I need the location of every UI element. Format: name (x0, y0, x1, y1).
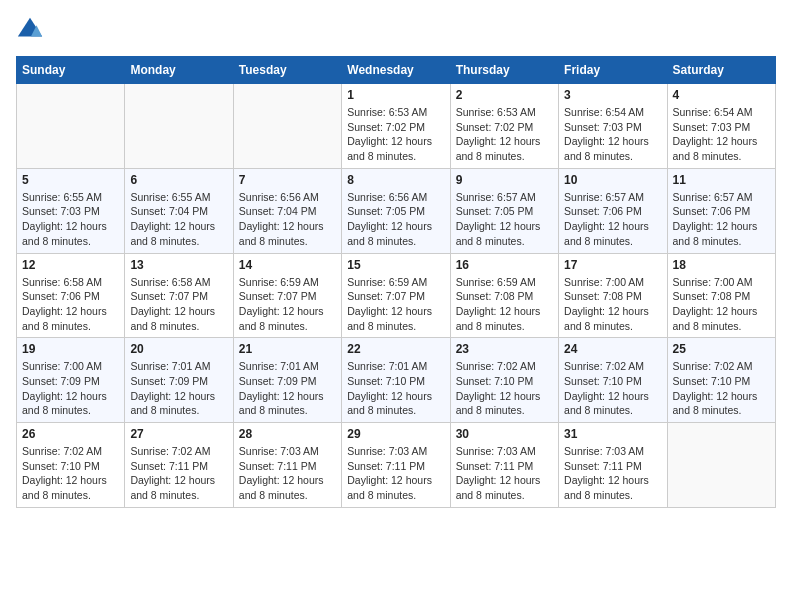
day-number: 7 (239, 173, 336, 187)
calendar-cell: 21Sunrise: 7:01 AM Sunset: 7:09 PM Dayli… (233, 338, 341, 423)
calendar-cell (125, 84, 233, 169)
calendar-week-row: 19Sunrise: 7:00 AM Sunset: 7:09 PM Dayli… (17, 338, 776, 423)
calendar-cell: 23Sunrise: 7:02 AM Sunset: 7:10 PM Dayli… (450, 338, 558, 423)
day-number: 5 (22, 173, 119, 187)
calendar-week-row: 12Sunrise: 6:58 AM Sunset: 7:06 PM Dayli… (17, 253, 776, 338)
calendar-cell: 2Sunrise: 6:53 AM Sunset: 7:02 PM Daylig… (450, 84, 558, 169)
calendar-cell: 27Sunrise: 7:02 AM Sunset: 7:11 PM Dayli… (125, 423, 233, 508)
day-info: Sunrise: 6:59 AM Sunset: 7:07 PM Dayligh… (347, 275, 444, 334)
day-info: Sunrise: 7:02 AM Sunset: 7:10 PM Dayligh… (564, 359, 661, 418)
weekday-header-thursday: Thursday (450, 57, 558, 84)
day-info: Sunrise: 6:53 AM Sunset: 7:02 PM Dayligh… (456, 105, 553, 164)
day-info: Sunrise: 6:57 AM Sunset: 7:06 PM Dayligh… (564, 190, 661, 249)
calendar-cell: 25Sunrise: 7:02 AM Sunset: 7:10 PM Dayli… (667, 338, 775, 423)
day-number: 14 (239, 258, 336, 272)
day-info: Sunrise: 6:55 AM Sunset: 7:04 PM Dayligh… (130, 190, 227, 249)
calendar-cell: 9Sunrise: 6:57 AM Sunset: 7:05 PM Daylig… (450, 168, 558, 253)
day-number: 28 (239, 427, 336, 441)
day-number: 30 (456, 427, 553, 441)
calendar-cell: 22Sunrise: 7:01 AM Sunset: 7:10 PM Dayli… (342, 338, 450, 423)
day-info: Sunrise: 7:01 AM Sunset: 7:10 PM Dayligh… (347, 359, 444, 418)
calendar-cell: 8Sunrise: 6:56 AM Sunset: 7:05 PM Daylig… (342, 168, 450, 253)
day-info: Sunrise: 7:02 AM Sunset: 7:10 PM Dayligh… (673, 359, 770, 418)
calendar-cell: 29Sunrise: 7:03 AM Sunset: 7:11 PM Dayli… (342, 423, 450, 508)
day-number: 29 (347, 427, 444, 441)
day-info: Sunrise: 7:02 AM Sunset: 7:10 PM Dayligh… (22, 444, 119, 503)
calendar-cell: 19Sunrise: 7:00 AM Sunset: 7:09 PM Dayli… (17, 338, 125, 423)
day-number: 24 (564, 342, 661, 356)
calendar-cell (233, 84, 341, 169)
day-info: Sunrise: 7:02 AM Sunset: 7:11 PM Dayligh… (130, 444, 227, 503)
calendar-cell: 3Sunrise: 6:54 AM Sunset: 7:03 PM Daylig… (559, 84, 667, 169)
calendar-cell: 12Sunrise: 6:58 AM Sunset: 7:06 PM Dayli… (17, 253, 125, 338)
logo-icon (16, 16, 44, 44)
day-number: 1 (347, 88, 444, 102)
day-info: Sunrise: 7:03 AM Sunset: 7:11 PM Dayligh… (239, 444, 336, 503)
calendar-cell: 13Sunrise: 6:58 AM Sunset: 7:07 PM Dayli… (125, 253, 233, 338)
day-info: Sunrise: 6:57 AM Sunset: 7:06 PM Dayligh… (673, 190, 770, 249)
calendar-cell: 31Sunrise: 7:03 AM Sunset: 7:11 PM Dayli… (559, 423, 667, 508)
day-number: 22 (347, 342, 444, 356)
day-info: Sunrise: 6:57 AM Sunset: 7:05 PM Dayligh… (456, 190, 553, 249)
day-number: 26 (22, 427, 119, 441)
calendar-cell: 1Sunrise: 6:53 AM Sunset: 7:02 PM Daylig… (342, 84, 450, 169)
calendar-cell (667, 423, 775, 508)
day-info: Sunrise: 7:03 AM Sunset: 7:11 PM Dayligh… (347, 444, 444, 503)
day-number: 31 (564, 427, 661, 441)
day-info: Sunrise: 6:58 AM Sunset: 7:06 PM Dayligh… (22, 275, 119, 334)
day-number: 12 (22, 258, 119, 272)
day-info: Sunrise: 7:02 AM Sunset: 7:10 PM Dayligh… (456, 359, 553, 418)
page-header (16, 16, 776, 44)
day-info: Sunrise: 7:03 AM Sunset: 7:11 PM Dayligh… (564, 444, 661, 503)
day-number: 25 (673, 342, 770, 356)
calendar-cell: 24Sunrise: 7:02 AM Sunset: 7:10 PM Dayli… (559, 338, 667, 423)
day-info: Sunrise: 6:58 AM Sunset: 7:07 PM Dayligh… (130, 275, 227, 334)
weekday-header-friday: Friday (559, 57, 667, 84)
day-number: 20 (130, 342, 227, 356)
day-info: Sunrise: 6:59 AM Sunset: 7:08 PM Dayligh… (456, 275, 553, 334)
calendar-cell (17, 84, 125, 169)
weekday-header-wednesday: Wednesday (342, 57, 450, 84)
day-number: 11 (673, 173, 770, 187)
day-number: 3 (564, 88, 661, 102)
day-info: Sunrise: 6:56 AM Sunset: 7:05 PM Dayligh… (347, 190, 444, 249)
weekday-header-saturday: Saturday (667, 57, 775, 84)
calendar-cell: 18Sunrise: 7:00 AM Sunset: 7:08 PM Dayli… (667, 253, 775, 338)
calendar-cell: 14Sunrise: 6:59 AM Sunset: 7:07 PM Dayli… (233, 253, 341, 338)
calendar-cell: 11Sunrise: 6:57 AM Sunset: 7:06 PM Dayli… (667, 168, 775, 253)
day-number: 27 (130, 427, 227, 441)
day-info: Sunrise: 7:00 AM Sunset: 7:08 PM Dayligh… (564, 275, 661, 334)
day-number: 4 (673, 88, 770, 102)
weekday-header-monday: Monday (125, 57, 233, 84)
day-info: Sunrise: 6:53 AM Sunset: 7:02 PM Dayligh… (347, 105, 444, 164)
day-number: 10 (564, 173, 661, 187)
calendar-header-row: SundayMondayTuesdayWednesdayThursdayFrid… (17, 57, 776, 84)
calendar-cell: 7Sunrise: 6:56 AM Sunset: 7:04 PM Daylig… (233, 168, 341, 253)
day-number: 17 (564, 258, 661, 272)
calendar-week-row: 1Sunrise: 6:53 AM Sunset: 7:02 PM Daylig… (17, 84, 776, 169)
calendar-week-row: 26Sunrise: 7:02 AM Sunset: 7:10 PM Dayli… (17, 423, 776, 508)
day-number: 19 (22, 342, 119, 356)
day-number: 2 (456, 88, 553, 102)
calendar-cell: 30Sunrise: 7:03 AM Sunset: 7:11 PM Dayli… (450, 423, 558, 508)
calendar-cell: 4Sunrise: 6:54 AM Sunset: 7:03 PM Daylig… (667, 84, 775, 169)
day-info: Sunrise: 6:59 AM Sunset: 7:07 PM Dayligh… (239, 275, 336, 334)
calendar-table: SundayMondayTuesdayWednesdayThursdayFrid… (16, 56, 776, 508)
calendar-cell: 28Sunrise: 7:03 AM Sunset: 7:11 PM Dayli… (233, 423, 341, 508)
day-info: Sunrise: 6:54 AM Sunset: 7:03 PM Dayligh… (673, 105, 770, 164)
weekday-header-sunday: Sunday (17, 57, 125, 84)
day-info: Sunrise: 7:00 AM Sunset: 7:09 PM Dayligh… (22, 359, 119, 418)
day-number: 18 (673, 258, 770, 272)
day-number: 23 (456, 342, 553, 356)
day-number: 21 (239, 342, 336, 356)
calendar-cell: 20Sunrise: 7:01 AM Sunset: 7:09 PM Dayli… (125, 338, 233, 423)
day-info: Sunrise: 6:54 AM Sunset: 7:03 PM Dayligh… (564, 105, 661, 164)
calendar-cell: 17Sunrise: 7:00 AM Sunset: 7:08 PM Dayli… (559, 253, 667, 338)
calendar-cell: 26Sunrise: 7:02 AM Sunset: 7:10 PM Dayli… (17, 423, 125, 508)
day-info: Sunrise: 6:55 AM Sunset: 7:03 PM Dayligh… (22, 190, 119, 249)
day-number: 15 (347, 258, 444, 272)
day-number: 6 (130, 173, 227, 187)
day-info: Sunrise: 7:01 AM Sunset: 7:09 PM Dayligh… (239, 359, 336, 418)
weekday-header-tuesday: Tuesday (233, 57, 341, 84)
calendar-cell: 16Sunrise: 6:59 AM Sunset: 7:08 PM Dayli… (450, 253, 558, 338)
